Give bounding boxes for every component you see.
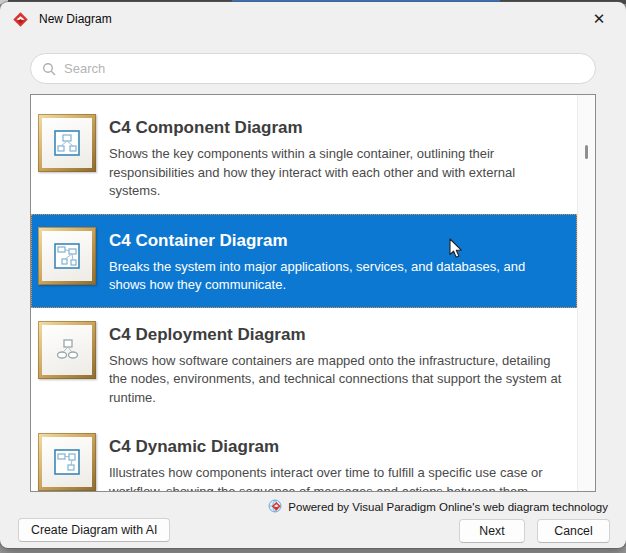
search-icon: [42, 62, 56, 76]
cancel-button[interactable]: Cancel: [537, 519, 610, 543]
item-title: C4 Dynamic Diagram: [109, 434, 569, 460]
powered-by-row: Powered by Visual Paradigm Online's web …: [268, 499, 608, 514]
item-description: Illustrates how components interact over…: [109, 464, 564, 492]
item-title: C4 Container Diagram: [109, 228, 569, 254]
list-item-c4-container[interactable]: C4 Container Diagram Breaks the system i…: [31, 214, 577, 308]
search-bar[interactable]: [30, 53, 596, 84]
list-item-c4-dynamic[interactable]: C4 Dynamic Diagram Illustrates how compo…: [31, 420, 577, 492]
search-input[interactable]: [64, 61, 584, 76]
diagram-template-list: C4 Component Diagram Shows the key compo…: [30, 94, 596, 492]
close-icon[interactable]: ✕: [584, 6, 614, 32]
c4-container-thumbnail-icon: [38, 227, 96, 285]
visual-paradigm-logo-icon: [12, 11, 29, 28]
item-title: C4 Component Diagram: [109, 115, 569, 141]
powered-by-text: Powered by Visual Paradigm Online's web …: [288, 501, 608, 513]
next-button[interactable]: Next: [459, 519, 525, 543]
new-diagram-dialog: New Diagram ✕: [0, 2, 626, 548]
c4-dynamic-thumbnail-icon: [38, 433, 96, 491]
list-item-c4-deployment[interactable]: C4 Deployment Diagram Shows how software…: [31, 308, 577, 421]
item-title: C4 Deployment Diagram: [109, 322, 569, 348]
c4-deployment-thumbnail-icon: [38, 321, 96, 379]
list-item-c4-component[interactable]: C4 Component Diagram Shows the key compo…: [31, 101, 577, 214]
item-description: Breaks the system into major application…: [109, 258, 564, 295]
scrollbar-track[interactable]: [577, 95, 595, 491]
title-bar: New Diagram ✕: [0, 2, 626, 36]
item-description: Shows how software containers are mapped…: [109, 352, 564, 408]
c4-component-thumbnail-icon: [38, 114, 96, 172]
globe-vp-icon: [268, 499, 283, 514]
window-title: New Diagram: [39, 12, 112, 26]
scrollbar-thumb[interactable]: [585, 145, 588, 159]
item-description: Shows the key components within a single…: [109, 145, 564, 201]
create-diagram-with-ai-button[interactable]: Create Diagram with AI: [18, 518, 170, 542]
